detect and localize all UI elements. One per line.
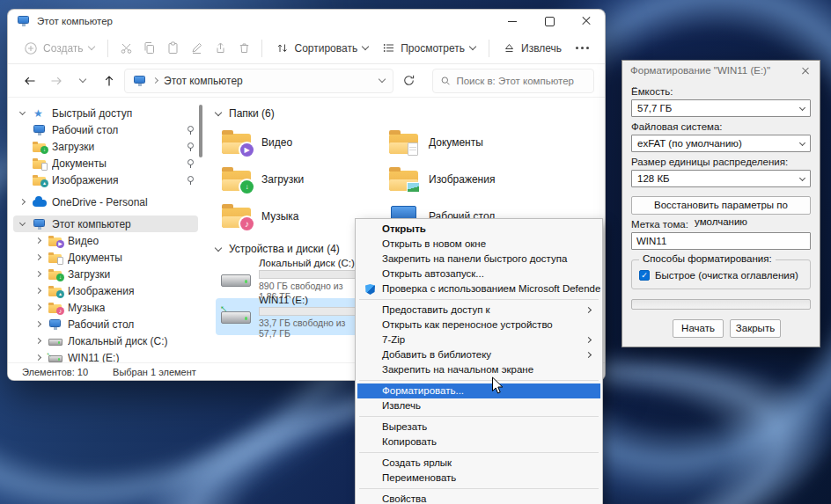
- close-dialog-button[interactable]: Закрыть: [730, 319, 781, 338]
- downloads-folder-icon: [33, 141, 47, 153]
- chevron-right-icon[interactable]: [34, 271, 40, 277]
- view-button[interactable]: Просмотреть: [375, 37, 482, 59]
- address-dropdown-icon[interactable]: [379, 76, 386, 83]
- menu-item-create-shortcut[interactable]: Создать ярлык: [357, 456, 600, 471]
- filesystem-select[interactable]: exFAT (по умолчанию): [631, 135, 811, 152]
- menu-item-copy[interactable]: Копировать: [357, 435, 600, 449]
- back-button[interactable]: [18, 69, 41, 92]
- minimize-button[interactable]: [494, 10, 531, 33]
- new-button[interactable]: Создать: [17, 37, 101, 60]
- dialog-close-button[interactable]: [791, 61, 820, 80]
- folder-tile-videos[interactable]: Видео: [216, 124, 383, 161]
- sidebar-item-local-disk-c[interactable]: Локальный диск (C:): [29, 332, 198, 349]
- menu-item-portable-device[interactable]: Открыть как переносное устройство: [357, 318, 600, 332]
- refresh-icon: [402, 74, 416, 87]
- more-options-button[interactable]: [569, 47, 596, 49]
- delete-button[interactable]: [232, 36, 256, 61]
- menu-item-pin-quick-access[interactable]: Закрепить на панели быстрого доступа: [357, 252, 600, 267]
- menu-item-open-new-window[interactable]: Открыть в новом окне: [357, 237, 600, 252]
- sidebar-item-win11-e[interactable]: ↑ WIN11 (E:): [29, 349, 198, 362]
- collapse-icon[interactable]: [215, 244, 222, 251]
- folders-section-header[interactable]: Папки (6): [216, 105, 605, 122]
- search-icon: [440, 75, 451, 87]
- search-input[interactable]: [456, 76, 586, 86]
- cut-button[interactable]: [114, 36, 138, 61]
- rename-button[interactable]: [185, 36, 209, 61]
- sidebar-item-documents-tree[interactable]: Документы: [29, 249, 198, 266]
- share-button[interactable]: [209, 36, 232, 61]
- sidebar-item-documents[interactable]: Документы: [29, 155, 198, 172]
- videos-folder-icon: [221, 129, 253, 156]
- sidebar-item-downloads[interactable]: Загрузки: [29, 138, 198, 155]
- search-box[interactable]: [432, 69, 594, 93]
- menu-item-eject[interactable]: Извлечь: [357, 398, 600, 413]
- collapse-icon[interactable]: [215, 108, 222, 115]
- menu-item-format[interactable]: Форматировать...: [357, 383, 600, 398]
- sort-button[interactable]: Сортировать: [268, 37, 375, 59]
- folder-tile-documents[interactable]: Документы: [383, 124, 550, 161]
- sidebar-item-quick-access[interactable]: ★ Быстрый доступ: [13, 105, 198, 121]
- this-pc-icon: [133, 75, 147, 87]
- sidebar-item-this-pc[interactable]: Этот компьютер: [13, 215, 198, 232]
- trash-icon: [238, 41, 251, 55]
- filesystem-label: Файловая система:: [631, 121, 811, 132]
- folder-tile-downloads[interactable]: Загрузки: [216, 161, 383, 198]
- menu-item-defender-scan[interactable]: Проверка с использованием Microsoft Defe…: [357, 281, 600, 296]
- menu-item-give-access[interactable]: Предоставить доступ к: [357, 303, 600, 318]
- maximize-button[interactable]: [531, 10, 568, 33]
- menu-item-cut[interactable]: Вырезать: [357, 420, 600, 435]
- menu-item-rename[interactable]: Переименовать: [357, 471, 600, 486]
- capacity-select[interactable]: 57,7 ГБ: [631, 99, 811, 117]
- recent-locations-button[interactable]: [71, 69, 94, 92]
- sidebar-item-pictures-tree[interactable]: Изображения: [29, 282, 198, 299]
- chevron-right-icon[interactable]: [34, 288, 40, 294]
- sidebar-item-pictures[interactable]: Изображения: [29, 172, 198, 188]
- eject-button[interactable]: Извлечь: [496, 37, 569, 59]
- allocation-select[interactable]: 128 КБ: [631, 170, 811, 187]
- menu-item-add-to-library[interactable]: Добавить в библиотеку: [357, 347, 600, 362]
- menu-item-properties[interactable]: Свойства: [357, 492, 600, 504]
- chevron-right-icon[interactable]: [34, 304, 40, 310]
- close-button[interactable]: [568, 10, 605, 33]
- chevron-right-icon[interactable]: [34, 254, 40, 260]
- quick-format-option[interactable]: Быстрое (очистка оглавления): [639, 270, 803, 281]
- menu-item-autoplay[interactable]: Открыть автозапуск...: [357, 267, 600, 281]
- menu-separator: [359, 299, 599, 300]
- start-button[interactable]: Начать: [673, 319, 724, 338]
- sidebar-item-onedrive[interactable]: OneDrive - Personal: [13, 194, 198, 210]
- menu-item-open[interactable]: Открыть: [357, 222, 600, 237]
- sidebar-item-desktop[interactable]: Рабочий стол: [29, 121, 198, 138]
- copy-button[interactable]: [137, 36, 161, 61]
- sidebar-item-videos[interactable]: Видео: [29, 232, 198, 249]
- refresh-button[interactable]: [397, 69, 420, 92]
- chevron-right-icon[interactable]: [34, 338, 40, 344]
- sidebar-item-desktop-tree[interactable]: Рабочий стол: [29, 316, 198, 332]
- paste-button[interactable]: [161, 36, 185, 61]
- checkbox-checked-icon[interactable]: [639, 270, 650, 281]
- drive-tile-local-disk-c[interactable]: Локальный диск (C:) 890 ГБ свободно из 1…: [216, 261, 365, 298]
- forward-button[interactable]: [45, 69, 68, 92]
- drive-tile-win11-e[interactable]: ↑ WIN11 (E:) 33,7 ГБ свободно из 57,7 ГБ: [216, 298, 365, 335]
- chevron-right-icon[interactable]: [18, 199, 25, 205]
- up-button[interactable]: [98, 69, 121, 92]
- chevron-right-icon[interactable]: [34, 237, 40, 244]
- volume-label-input[interactable]: [631, 232, 811, 250]
- sidebar-item-downloads-tree[interactable]: Загрузки: [29, 266, 198, 282]
- plus-circle-icon: [24, 41, 38, 55]
- sidebar-scrollbar-thumb[interactable]: [199, 105, 202, 157]
- selection-count: Выбран 1 элемент: [113, 367, 196, 377]
- menu-item-7zip[interactable]: 7-Zip: [357, 332, 600, 347]
- chevron-down-icon[interactable]: [18, 219, 25, 225]
- chevron-right-icon[interactable]: [34, 354, 40, 361]
- sidebar-item-music[interactable]: Музыка: [29, 299, 198, 316]
- arrow-left-icon: [23, 74, 37, 88]
- breadcrumb-chevron-icon: [152, 77, 158, 84]
- restore-defaults-button[interactable]: Восстановить параметры по умолчанию: [631, 196, 811, 215]
- menu-item-pin-to-start[interactable]: Закрепить на начальном экране: [357, 362, 600, 377]
- documents-folder-icon: [388, 129, 420, 156]
- folder-tile-pictures[interactable]: Изображения: [383, 161, 550, 198]
- address-bar[interactable]: Этот компьютер: [124, 69, 393, 93]
- chevron-down-icon[interactable]: [18, 108, 25, 114]
- breadcrumb[interactable]: Этот компьютер: [164, 75, 243, 87]
- chevron-right-icon[interactable]: [34, 321, 40, 327]
